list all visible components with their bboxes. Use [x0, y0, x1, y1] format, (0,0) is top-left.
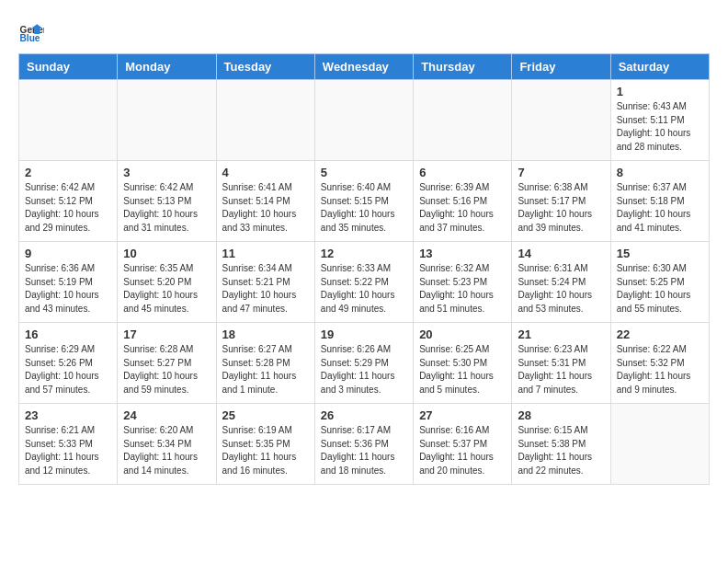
calendar-cell: 20Sunrise: 6:25 AM Sunset: 5:30 PM Dayli… — [414, 323, 512, 404]
week-row-1: 1Sunrise: 6:43 AM Sunset: 5:11 PM Daylig… — [19, 80, 710, 161]
calendar-cell: 23Sunrise: 6:21 AM Sunset: 5:33 PM Dayli… — [19, 404, 118, 485]
calendar-cell — [314, 80, 413, 161]
calendar-cell — [118, 80, 216, 161]
day-info: Sunrise: 6:35 AM Sunset: 5:20 PM Dayligh… — [123, 262, 210, 316]
calendar-cell: 1Sunrise: 6:43 AM Sunset: 5:11 PM Daylig… — [610, 80, 709, 161]
day-number: 5 — [321, 166, 407, 179]
calendar-cell: 7Sunrise: 6:38 AM Sunset: 5:17 PM Daylig… — [512, 161, 610, 242]
day-number: 18 — [222, 327, 309, 341]
calendar-cell: 14Sunrise: 6:31 AM Sunset: 5:24 PM Dayli… — [512, 242, 610, 323]
day-number: 24 — [123, 408, 210, 422]
day-info: Sunrise: 6:27 AM Sunset: 5:28 PM Dayligh… — [222, 343, 309, 396]
day-info: Sunrise: 6:43 AM Sunset: 5:11 PM Dayligh… — [617, 100, 703, 154]
day-info: Sunrise: 6:42 AM Sunset: 5:13 PM Dayligh… — [123, 181, 210, 235]
weekday-header-saturday: Saturday — [610, 54, 709, 80]
day-info: Sunrise: 6:21 AM Sunset: 5:33 PM Dayligh… — [25, 424, 111, 477]
day-info: Sunrise: 6:41 AM Sunset: 5:14 PM Dayligh… — [222, 181, 309, 235]
day-info: Sunrise: 6:31 AM Sunset: 5:24 PM Dayligh… — [518, 262, 604, 316]
day-number: 9 — [25, 247, 111, 260]
day-info: Sunrise: 6:38 AM Sunset: 5:17 PM Dayligh… — [518, 181, 604, 235]
day-info: Sunrise: 6:16 AM Sunset: 5:37 PM Dayligh… — [419, 424, 506, 477]
day-number: 10 — [123, 247, 210, 260]
weekday-header-wednesday: Wednesday — [314, 54, 413, 80]
week-row-3: 9Sunrise: 6:36 AM Sunset: 5:19 PM Daylig… — [19, 242, 710, 323]
calendar-cell — [19, 80, 118, 161]
day-info: Sunrise: 6:22 AM Sunset: 5:32 PM Dayligh… — [617, 343, 703, 396]
day-number: 27 — [419, 408, 506, 422]
day-info: Sunrise: 6:29 AM Sunset: 5:26 PM Dayligh… — [25, 343, 111, 396]
day-info: Sunrise: 6:28 AM Sunset: 5:27 PM Dayligh… — [123, 343, 210, 396]
calendar-cell: 25Sunrise: 6:19 AM Sunset: 5:35 PM Dayli… — [216, 404, 314, 485]
calendar-cell: 19Sunrise: 6:26 AM Sunset: 5:29 PM Dayli… — [314, 323, 413, 404]
day-number: 13 — [419, 247, 506, 260]
calendar-cell: 17Sunrise: 6:28 AM Sunset: 5:27 PM Dayli… — [118, 323, 216, 404]
day-number: 25 — [222, 408, 309, 422]
day-number: 11 — [222, 247, 309, 260]
day-info: Sunrise: 6:30 AM Sunset: 5:25 PM Dayligh… — [617, 262, 703, 316]
calendar-cell: 9Sunrise: 6:36 AM Sunset: 5:19 PM Daylig… — [19, 242, 118, 323]
day-info: Sunrise: 6:20 AM Sunset: 5:34 PM Dayligh… — [123, 424, 210, 477]
day-number: 16 — [25, 327, 111, 341]
day-info: Sunrise: 6:36 AM Sunset: 5:19 PM Dayligh… — [25, 262, 111, 316]
calendar-cell: 2Sunrise: 6:42 AM Sunset: 5:12 PM Daylig… — [19, 161, 118, 242]
day-number: 22 — [617, 327, 703, 341]
day-info: Sunrise: 6:34 AM Sunset: 5:21 PM Dayligh… — [222, 262, 309, 316]
calendar-cell: 26Sunrise: 6:17 AM Sunset: 5:36 PM Dayli… — [314, 404, 413, 485]
calendar-cell: 6Sunrise: 6:39 AM Sunset: 5:16 PM Daylig… — [414, 161, 512, 242]
day-number: 4 — [222, 166, 309, 179]
calendar-table: SundayMondayTuesdayWednesdayThursdayFrid… — [18, 53, 710, 485]
day-number: 20 — [419, 327, 506, 341]
day-number: 7 — [518, 166, 604, 179]
weekday-header-row: SundayMondayTuesdayWednesdayThursdayFrid… — [19, 54, 710, 80]
day-info: Sunrise: 6:33 AM Sunset: 5:22 PM Dayligh… — [321, 262, 407, 316]
week-row-5: 23Sunrise: 6:21 AM Sunset: 5:33 PM Dayli… — [19, 404, 710, 485]
day-info: Sunrise: 6:32 AM Sunset: 5:23 PM Dayligh… — [419, 262, 506, 316]
day-number: 8 — [617, 166, 703, 179]
calendar-cell: 21Sunrise: 6:23 AM Sunset: 5:31 PM Dayli… — [512, 323, 610, 404]
calendar-cell: 15Sunrise: 6:30 AM Sunset: 5:25 PM Dayli… — [610, 242, 709, 323]
calendar-cell: 12Sunrise: 6:33 AM Sunset: 5:22 PM Dayli… — [314, 242, 413, 323]
calendar-cell: 11Sunrise: 6:34 AM Sunset: 5:21 PM Dayli… — [216, 242, 314, 323]
calendar-cell — [414, 80, 512, 161]
calendar-cell: 8Sunrise: 6:37 AM Sunset: 5:18 PM Daylig… — [610, 161, 709, 242]
day-info: Sunrise: 6:23 AM Sunset: 5:31 PM Dayligh… — [518, 343, 604, 396]
calendar-cell: 16Sunrise: 6:29 AM Sunset: 5:26 PM Dayli… — [19, 323, 118, 404]
calendar-cell: 4Sunrise: 6:41 AM Sunset: 5:14 PM Daylig… — [216, 161, 314, 242]
day-number: 12 — [321, 247, 407, 260]
week-row-2: 2Sunrise: 6:42 AM Sunset: 5:12 PM Daylig… — [19, 161, 710, 242]
day-number: 17 — [123, 327, 210, 341]
day-info: Sunrise: 6:26 AM Sunset: 5:29 PM Dayligh… — [321, 343, 407, 396]
day-info: Sunrise: 6:39 AM Sunset: 5:16 PM Dayligh… — [419, 181, 506, 235]
day-number: 23 — [25, 408, 111, 422]
calendar-cell — [512, 80, 610, 161]
calendar-cell: 22Sunrise: 6:22 AM Sunset: 5:32 PM Dayli… — [610, 323, 709, 404]
calendar-cell — [610, 404, 709, 485]
weekday-header-friday: Friday — [512, 54, 610, 80]
calendar-cell: 24Sunrise: 6:20 AM Sunset: 5:34 PM Dayli… — [118, 404, 216, 485]
calendar-cell: 27Sunrise: 6:16 AM Sunset: 5:37 PM Dayli… — [414, 404, 512, 485]
day-number: 28 — [518, 408, 604, 422]
calendar-cell: 13Sunrise: 6:32 AM Sunset: 5:23 PM Dayli… — [414, 242, 512, 323]
calendar-cell: 28Sunrise: 6:15 AM Sunset: 5:38 PM Dayli… — [512, 404, 610, 485]
calendar-cell: 10Sunrise: 6:35 AM Sunset: 5:20 PM Dayli… — [118, 242, 216, 323]
day-number: 21 — [518, 327, 604, 341]
day-info: Sunrise: 6:25 AM Sunset: 5:30 PM Dayligh… — [419, 343, 506, 396]
page-header: General Blue — [18, 18, 710, 44]
day-number: 6 — [419, 166, 506, 179]
weekday-header-thursday: Thursday — [414, 54, 512, 80]
day-info: Sunrise: 6:19 AM Sunset: 5:35 PM Dayligh… — [222, 424, 309, 477]
logo-icon: General Blue — [18, 18, 44, 44]
weekday-header-tuesday: Tuesday — [216, 54, 314, 80]
day-info: Sunrise: 6:15 AM Sunset: 5:38 PM Dayligh… — [518, 424, 604, 477]
day-number: 15 — [617, 247, 703, 260]
weekday-header-sunday: Sunday — [19, 54, 118, 80]
calendar-cell: 18Sunrise: 6:27 AM Sunset: 5:28 PM Dayli… — [216, 323, 314, 404]
day-info: Sunrise: 6:42 AM Sunset: 5:12 PM Dayligh… — [25, 181, 111, 235]
day-info: Sunrise: 6:17 AM Sunset: 5:36 PM Dayligh… — [321, 424, 407, 477]
weekday-header-monday: Monday — [118, 54, 216, 80]
day-info: Sunrise: 6:37 AM Sunset: 5:18 PM Dayligh… — [617, 181, 703, 235]
day-number: 2 — [25, 166, 111, 179]
day-info: Sunrise: 6:40 AM Sunset: 5:15 PM Dayligh… — [321, 181, 407, 235]
calendar-cell — [216, 80, 314, 161]
day-number: 3 — [123, 166, 210, 179]
